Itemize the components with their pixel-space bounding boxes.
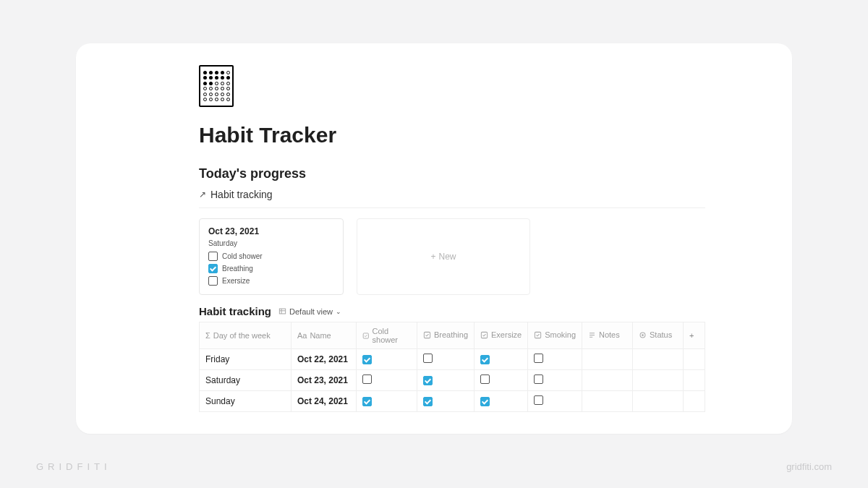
table-row[interactable]: Sunday Oct 24, 2021	[200, 391, 705, 412]
table-title[interactable]: Habit tracking	[199, 305, 271, 317]
notion-page-card: Habit Tracker Today's progress ↗ Habit t…	[76, 43, 792, 434]
cell-breathing[interactable]	[417, 391, 474, 412]
svg-rect-0	[279, 309, 285, 314]
svg-point-11	[642, 334, 644, 336]
col-cold-shower[interactable]: Cold shower	[356, 322, 417, 349]
view-switcher[interactable]: Default view ⌄	[278, 307, 341, 316]
checkbox-prop-icon	[362, 332, 370, 340]
cell-smoking[interactable]	[528, 391, 582, 412]
cell-smoking[interactable]	[528, 370, 582, 391]
new-label: New	[439, 252, 456, 262]
checkbox-icon	[423, 397, 433, 406]
cell-notes[interactable]	[582, 391, 633, 412]
checkbox-icon	[534, 395, 543, 405]
col-notes[interactable]: Notes	[582, 322, 633, 349]
linked-db-label: Habit tracking	[210, 189, 273, 200]
linked-database-header[interactable]: ↗ Habit tracking	[199, 187, 705, 208]
checkbox-icon	[534, 354, 543, 363]
view-label: Default view	[289, 307, 333, 316]
table-view-icon	[278, 307, 286, 315]
add-column[interactable]: +	[684, 322, 705, 349]
habit-table: ΣDay of the week AaName Cold shower Brea…	[199, 322, 705, 412]
cell-notes[interactable]	[582, 349, 633, 370]
table-database-header: Habit tracking Default view ⌄	[199, 305, 705, 317]
cell-status[interactable]	[633, 349, 684, 370]
page-title[interactable]: Habit Tracker	[199, 123, 705, 147]
gallery-view: Oct 23, 2021 Saturday Cold shower Breath…	[199, 218, 705, 295]
watermark-brand: GRIDFITI	[36, 461, 111, 472]
today-heading[interactable]: Today's progress	[199, 166, 705, 181]
cell-exersize[interactable]	[475, 370, 528, 391]
checkbox-icon	[423, 376, 433, 385]
cell-breathing[interactable]	[417, 370, 474, 391]
col-exersize[interactable]: Exersize	[475, 322, 528, 349]
checkbox-icon[interactable]	[208, 252, 218, 261]
page-icon[interactable]	[199, 65, 234, 107]
card-habit-item: Cold shower	[208, 252, 334, 261]
checkbox-icon	[480, 374, 490, 384]
status-prop-icon	[639, 331, 647, 339]
plus-icon: +	[689, 331, 694, 340]
plus-icon: +	[430, 252, 435, 262]
card-habit-label: Cold shower	[222, 252, 263, 260]
card-habit-item: Breathing	[208, 264, 334, 273]
cell-notes[interactable]	[582, 370, 633, 391]
chevron-down-icon: ⌄	[336, 308, 341, 315]
cell-status[interactable]	[633, 370, 684, 391]
checkbox-prop-icon	[534, 331, 542, 339]
text-prop-icon	[588, 331, 596, 339]
col-smoking[interactable]: Smoking	[528, 322, 582, 349]
cell-status[interactable]	[633, 391, 684, 412]
formula-icon: Σ	[205, 331, 210, 340]
checkbox-icon	[480, 355, 490, 364]
card-date: Oct 23, 2021	[208, 226, 334, 236]
checkbox-prop-icon	[423, 331, 431, 339]
cell-day: Sunday	[200, 391, 292, 412]
col-name[interactable]: AaName	[291, 322, 356, 349]
gallery-new-card[interactable]: + New	[357, 218, 530, 295]
col-day[interactable]: ΣDay of the week	[200, 322, 292, 349]
col-status[interactable]: Status	[633, 322, 684, 349]
cell-breathing[interactable]	[417, 349, 474, 370]
checkbox-prop-icon	[480, 331, 488, 339]
card-habit-label: Breathing	[222, 265, 253, 273]
cell-exersize[interactable]	[475, 391, 528, 412]
cell-name: Oct 22, 2021	[291, 349, 356, 370]
checkbox-icon	[362, 374, 372, 384]
title-icon: Aa	[297, 331, 307, 340]
watermark-url: gridfiti.com	[786, 461, 832, 472]
cell-cold-shower[interactable]	[356, 349, 417, 370]
cell-exersize[interactable]	[475, 349, 528, 370]
checkbox-icon[interactable]	[208, 276, 218, 286]
cell-day: Saturday	[200, 370, 292, 391]
link-arrow-icon: ↗	[199, 189, 206, 200]
cell-name: Oct 23, 2021	[291, 370, 356, 391]
cell-cold-shower[interactable]	[356, 370, 417, 391]
cell-smoking[interactable]	[528, 349, 582, 370]
cell-name: Oct 24, 2021	[291, 391, 356, 412]
checkbox-icon	[423, 354, 433, 363]
checkbox-icon	[534, 374, 543, 384]
gallery-card[interactable]: Oct 23, 2021 Saturday Cold shower Breath…	[199, 218, 344, 295]
card-habit-item: Exersize	[208, 276, 334, 286]
checkbox-icon	[480, 397, 490, 406]
checkbox-icon	[362, 355, 372, 364]
cell-day: Friday	[200, 349, 292, 370]
cell-cold-shower[interactable]	[356, 391, 417, 412]
table-row[interactable]: Saturday Oct 23, 2021	[200, 370, 705, 391]
col-breathing[interactable]: Breathing	[417, 322, 474, 349]
checkbox-icon[interactable]	[208, 264, 218, 273]
card-day: Saturday	[208, 239, 334, 247]
card-habit-label: Exersize	[222, 277, 250, 285]
checkbox-icon	[362, 397, 372, 406]
table-row[interactable]: Friday Oct 22, 2021	[200, 349, 705, 370]
